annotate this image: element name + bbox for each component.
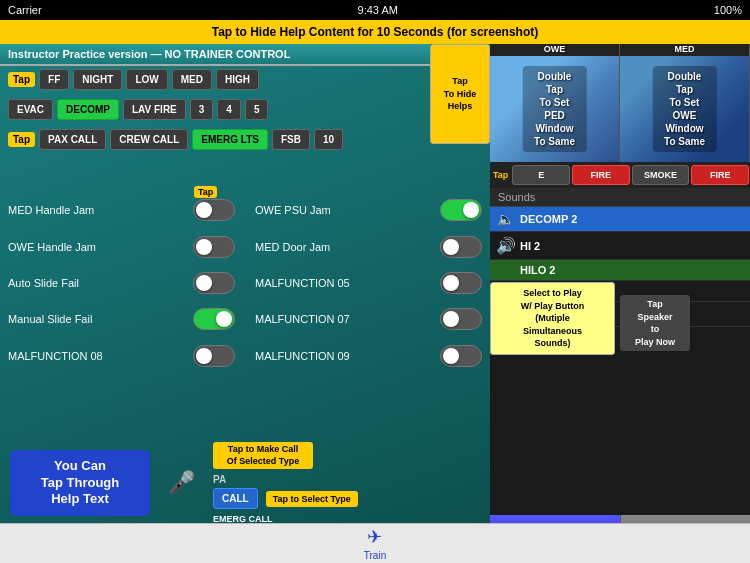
btn-high[interactable]: HIGH [216, 69, 259, 90]
toggle-switch-med-door-jam[interactable] [440, 236, 482, 258]
toggle-label-malfunction05: MALFUNCTION 05 [255, 277, 432, 289]
btn-med[interactable]: MED [172, 69, 212, 90]
toggle-switch-malfunction08[interactable] [193, 345, 235, 367]
nav-label-train: Train [364, 550, 386, 561]
btn-4[interactable]: 4 [217, 99, 241, 120]
toggle-malfunction07[interactable]: MALFUNCTION 07 [255, 305, 482, 333]
toggle-med-handle-jam[interactable]: MED Handle Jam Tap [8, 196, 235, 224]
hide-helps-line1: Tap [452, 75, 467, 88]
sound-name-hilo2: HILO 2 [520, 264, 555, 276]
row3-tap-label: Tap [8, 132, 35, 147]
btn-5[interactable]: 5 [245, 99, 269, 120]
toggle-label-auto-slide-fail: Auto Slide Fail [8, 277, 185, 289]
time-label: 9:43 AM [358, 4, 398, 16]
toggle-switch-malfunction05[interactable] [440, 272, 482, 294]
pa-label: PA [213, 474, 226, 485]
airplane-icon: ✈ [367, 526, 382, 548]
btn-paxcall[interactable]: PAX CALL [39, 129, 106, 150]
btn-decomp[interactable]: DECOMP [57, 99, 119, 120]
hide-helps-line2: To Hide [444, 88, 476, 101]
toggle-label-owe-psu-jam: OWE PSU Jam [255, 204, 432, 216]
tap-badge-med-handle-jam: Tap [194, 186, 217, 198]
make-call-tooltip: Tap to Make CallOf Selected Type [213, 442, 313, 469]
btn-ff[interactable]: FF [39, 69, 69, 90]
call-button[interactable]: CALL [213, 488, 258, 509]
row1-tap-label: Tap [8, 72, 35, 87]
top-banner-text: Tap to Hide Help Content for 10 Seconds … [212, 25, 538, 39]
toggle-switch-owe-handle-jam[interactable] [193, 236, 235, 258]
toggle-malfunction05[interactable]: MALFUNCTION 05 [255, 269, 482, 297]
row3: Tap PAX CALL CREW CALL EMERG LTS FSB 10 [0, 126, 750, 152]
tap-select-type-button[interactable]: Tap to Select Type [266, 491, 358, 507]
toggle-switch-malfunction07[interactable] [440, 308, 482, 330]
status-bar: Carrier 9:43 AM 100% [0, 0, 750, 20]
pa-call-row: CALL Tap to Select Type [213, 488, 358, 509]
toggle-label-malfunction08: MALFUNCTION 08 [8, 350, 185, 362]
toggle-switch-med-handle-jam[interactable]: Tap [193, 199, 235, 221]
sound-icon-decomp2: 🔈 [496, 211, 514, 227]
btn-10[interactable]: 10 [314, 129, 343, 150]
fire-row: Tap E FIRE SMOKE FIRE [490, 162, 750, 188]
fire-btn-smoke[interactable]: SMOKE [632, 165, 690, 185]
fire-btn-fire2[interactable]: FIRE [691, 165, 749, 185]
toggle-switch-manual-slide-fail[interactable] [193, 308, 235, 330]
sound-item-decomp2[interactable]: 🔈 DECOMP 2 [490, 207, 750, 232]
toggle-switch-owe-psu-jam[interactable] [440, 199, 482, 221]
sound-icon-hi2: 🔊 [496, 236, 514, 255]
tap-speaker-label: TapSpeakertoPlay Now [620, 295, 690, 351]
toggle-label-med-door-jam: MED Door Jam [255, 241, 432, 253]
toggle-manual-slide-fail[interactable]: Manual Slide Fail [8, 305, 235, 333]
pa-section: Tap to Make CallOf Selected Type PA CALL… [213, 442, 480, 524]
sounds-list[interactable]: 🔈 DECOMP 2 🔊 HI 2 HILO 2 LO 2 🔈 SLIDE 2 [490, 207, 750, 515]
thumb-ped-label: OWE [490, 42, 619, 56]
sounds-header: Sounds [490, 188, 750, 207]
sound-item-hi2[interactable]: 🔊 HI 2 [490, 232, 750, 260]
title-text: Instructor Practice version — NO TRAINER… [8, 48, 290, 60]
top-banner[interactable]: Tap to Hide Help Content for 10 Seconds … [0, 20, 750, 44]
speaker-tooltip: Select to PlayW/ Play Button(MutipleSimu… [490, 282, 615, 355]
sound-name-hi2: HI 2 [520, 240, 540, 252]
toggle-label-med-handle-jam: MED Handle Jam [8, 204, 185, 216]
btn-3[interactable]: 3 [190, 99, 214, 120]
btn-emerglts[interactable]: EMERG LTS [192, 129, 268, 150]
btn-fsb[interactable]: FSB [272, 129, 310, 150]
help-text-box[interactable]: You CanTap ThroughHelp Text [10, 450, 150, 517]
btn-night[interactable]: NIGHT [73, 69, 122, 90]
toggle-label-malfunction07: MALFUNCTION 07 [255, 313, 432, 325]
row2: EVAC DECOMP LAV FIRE 3 4 5 [0, 96, 750, 122]
fire-btn-fire1[interactable]: FIRE [572, 165, 630, 185]
row1: Tap FF NIGHT LOW MED HIGH [0, 66, 750, 92]
fire-tap-label: Tap [490, 170, 511, 180]
hide-helps-line3: Helps [448, 100, 473, 113]
toggle-owe-handle-jam[interactable]: OWE Handle Jam [8, 232, 235, 260]
toggle-label-malfunction09: MALFUNCTION 09 [255, 350, 432, 362]
sound-name-decomp2: DECOMP 2 [520, 213, 577, 225]
btn-lavfire[interactable]: LAV FIRE [123, 99, 186, 120]
toggle-med-door-jam[interactable]: MED Door Jam [255, 232, 482, 260]
toggle-switch-malfunction09[interactable] [440, 345, 482, 367]
toggle-owe-psu-jam[interactable]: OWE PSU Jam [255, 196, 482, 224]
toggle-malfunction09[interactable]: MALFUNCTION 09 [255, 342, 482, 370]
battery-label: 100% [714, 4, 742, 16]
btn-evac[interactable]: EVAC [8, 99, 53, 120]
toggle-malfunction08[interactable]: MALFUNCTION 08 [8, 342, 235, 370]
toggle-label-owe-handle-jam: OWE Handle Jam [8, 241, 185, 253]
bottom-area: You CanTap ThroughHelp Text 🎤 Tap to Mak… [0, 443, 490, 523]
hide-helps-button[interactable]: Tap To Hide Helps [430, 44, 490, 144]
btn-crewcall[interactable]: CREW CALL [110, 129, 188, 150]
mic-area: 🎤 [168, 470, 195, 496]
toggle-switch-auto-slide-fail[interactable] [193, 272, 235, 294]
nav-bar: ✈ Train [0, 523, 750, 563]
fire-btn-e[interactable]: E [512, 165, 570, 185]
carrier-label: Carrier [8, 4, 42, 16]
btn-low[interactable]: LOW [126, 69, 167, 90]
mic-icon: 🎤 [168, 470, 195, 496]
thumb-owe-label: MED [620, 42, 749, 56]
toggle-label-manual-slide-fail: Manual Slide Fail [8, 313, 185, 325]
title-bar: Instructor Practice version — NO TRAINER… [0, 44, 430, 66]
sound-item-hilo2[interactable]: HILO 2 [490, 260, 750, 281]
nav-item-train[interactable]: ✈ Train [364, 526, 386, 561]
toggles-area: MED Handle Jam Tap OWE PSU Jam OWE Handl… [0, 188, 490, 378]
toggle-auto-slide-fail[interactable]: Auto Slide Fail [8, 269, 235, 297]
